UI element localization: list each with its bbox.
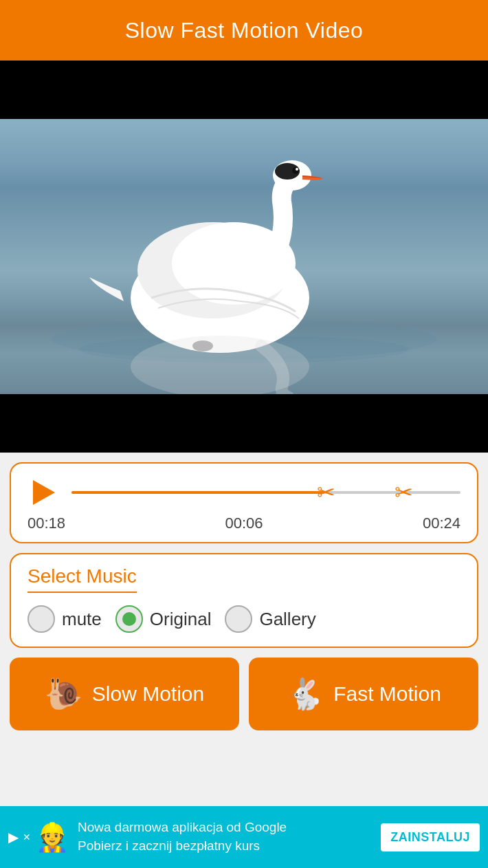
trim-row: ✂ ✂ [27,476,461,509]
time-end: 00:24 [423,514,461,532]
music-section-title: Select Music [27,565,137,593]
play-button[interactable] [27,476,60,509]
fast-motion-button[interactable]: 🐇 Fast Motion [249,658,478,730]
trim-end-scissors-icon[interactable]: ✂ [395,481,413,503]
ad-play-icon: ▶ [8,829,19,845]
slow-motion-label: Slow Motion [92,682,204,706]
music-option-original[interactable]: Original [115,605,212,633]
app-header: Slow Fast Motion Video [0,0,488,61]
gallery-radio-outer[interactable] [225,605,252,633]
gallery-label: Gallery [259,609,315,630]
seek-filled [71,491,324,494]
controls-area: ✂ ✂ 00:18 00:06 00:24 Select Music mute [0,453,488,648]
music-option-gallery[interactable]: Gallery [225,605,315,633]
gallery-radio-inner [232,612,245,626]
ad-text-line2: Pobierz i zacznij bezpłatny kurs [78,837,373,856]
rabbit-icon: 🐇 [286,676,324,712]
mute-label: mute [62,609,102,630]
play-icon [33,480,55,505]
seek-bar-container[interactable]: ✂ ✂ [71,476,461,509]
time-start: 00:18 [27,514,65,532]
original-radio-outer[interactable] [115,605,143,633]
ad-close-icon: ✕ [23,832,31,843]
svg-point-8 [296,168,298,171]
fast-motion-label: Fast Motion [333,682,441,706]
music-option-mute[interactable]: mute [27,605,102,633]
video-player[interactable] [0,61,488,453]
video-thumbnail [0,119,488,394]
music-card: Select Music mute Original G [10,553,478,648]
original-label: Original [150,609,212,630]
action-buttons: 🐌 Slow Motion 🐇 Fast Motion [0,658,488,730]
mute-radio-outer[interactable] [27,605,55,633]
ad-text: Nowa darmowa aplikacja od Google Pobierz… [78,818,373,855]
ad-person-icon: 👷 [35,821,69,854]
app-title: Slow Fast Motion Video [125,18,364,43]
snail-icon: 🐌 [45,676,82,712]
mute-radio-inner [34,612,48,626]
time-middle: 00:06 [225,514,263,532]
original-radio-inner [122,612,136,626]
ad-banner[interactable]: ▶ ✕ 👷 Nowa darmowa aplikacja od Google P… [0,806,488,868]
slow-motion-button[interactable]: 🐌 Slow Motion [10,658,239,730]
trim-card: ✂ ✂ 00:18 00:06 00:24 [10,462,478,543]
ad-icons: ▶ ✕ 👷 [8,821,69,854]
svg-point-7 [292,167,299,174]
ad-text-line1: Nowa darmowa aplikacja od Google [78,818,373,837]
ad-install-button[interactable]: ZAINSTALUJ [381,823,480,851]
time-labels: 00:18 00:06 00:24 [27,514,461,532]
music-options: mute Original Gallery [27,605,461,633]
swan-image [0,119,488,394]
trim-start-scissors-icon[interactable]: ✂ [317,481,335,503]
